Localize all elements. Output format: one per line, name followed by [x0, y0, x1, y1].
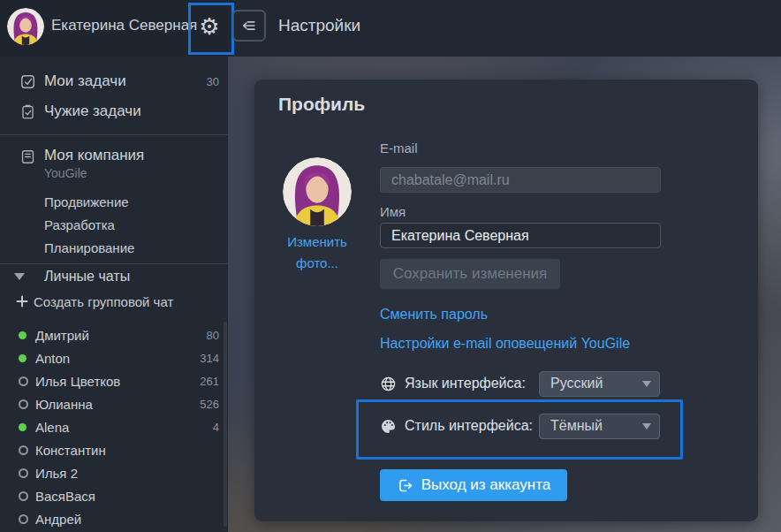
style-label: Стиль интерфейса: — [405, 418, 533, 434]
user-avatar[interactable] — [7, 8, 44, 45]
page-title: Настройки — [278, 0, 360, 51]
style-dropdown[interactable]: Тёмный — [539, 414, 660, 439]
sidebar-scrollbar[interactable] — [224, 322, 227, 527]
top-bar: Екатерина Северная ⚙ Настройки — [0, 0, 781, 57]
online-status-icon — [19, 354, 27, 362]
online-status-icon — [19, 423, 27, 431]
sidebar-item-label: Мои задачи — [44, 72, 126, 90]
unread-count: 30 — [207, 75, 219, 88]
clipboard-check-icon — [19, 103, 36, 120]
save-changes-button[interactable]: Сохранить изменения — [380, 259, 560, 289]
email-field[interactable] — [380, 167, 661, 193]
profile-card: Профиль Изменить фото... E-mail — [254, 80, 758, 521]
sidebar-item-project[interactable]: Продвижение — [0, 190, 228, 213]
collapse-sidebar-button[interactable] — [232, 10, 266, 42]
offline-status-icon — [19, 445, 28, 455]
settings-content-area: Профиль Изменить фото... E-mail — [228, 57, 781, 532]
language-value: Русский — [550, 376, 603, 391]
email-notifications-link[interactable]: Настройки e-mail оповещений YouGile — [380, 336, 630, 352]
name-field[interactable] — [380, 223, 661, 248]
offline-status-icon — [19, 491, 28, 501]
sidebar-item-project[interactable]: Разработка — [0, 213, 228, 236]
globe-icon — [380, 375, 398, 392]
unread-count: 4 — [213, 421, 219, 434]
chevron-down-icon[interactable] — [14, 273, 25, 280]
company-name: Моя компания — [44, 147, 144, 164]
chevron-down-icon — [642, 381, 651, 387]
logout-icon — [397, 477, 413, 494]
offline-status-icon — [19, 399, 28, 409]
chat-item[interactable]: Илья 2 — [0, 461, 228, 484]
unread-count: 261 — [200, 375, 219, 388]
style-row: Стиль интерфейса: Тёмный — [380, 413, 661, 439]
unread-count: 80 — [207, 329, 219, 342]
profile-card-title: Профиль — [278, 94, 365, 115]
chat-item[interactable]: ВасяВася — [0, 484, 228, 507]
chat-item[interactable]: Дмитрий 80 — [0, 323, 228, 346]
logout-button[interactable]: Выход из аккаунта — [380, 469, 567, 501]
company-subtitle: YouGile — [44, 166, 87, 180]
language-dropdown[interactable]: Русский — [539, 371, 660, 397]
chat-item[interactable]: Илья Цветков 261 — [0, 369, 228, 392]
logout-label: Выход из аккаунта — [421, 476, 551, 494]
style-value: Тёмный — [550, 418, 603, 434]
app-window: Екатерина Северная ⚙ Настройки Мои задач… — [0, 0, 781, 532]
profile-avatar[interactable] — [283, 157, 352, 226]
notebook-icon — [19, 148, 36, 165]
chat-item[interactable]: Андрей — [0, 507, 228, 530]
chat-item[interactable]: Константин — [0, 438, 228, 461]
chat-item[interactable]: Юлианна 526 — [0, 392, 228, 415]
unread-count: 314 — [200, 352, 219, 365]
change-password-link[interactable]: Сменить пароль — [380, 307, 488, 323]
email-label: E-mail — [380, 141, 418, 156]
language-row: Язык интерфейса: Русский — [380, 370, 661, 397]
chat-item[interactable]: Anton 314 — [0, 346, 228, 369]
sidebar-section-personal-chats[interactable]: Личные чаты — [0, 265, 228, 288]
chevron-down-icon — [642, 423, 651, 429]
offline-status-icon — [19, 376, 28, 386]
change-photo-link[interactable]: Изменить фото... — [277, 232, 357, 274]
sidebar: Мои задачи 30 Чужие задачи Моя компания … — [0, 57, 228, 532]
offline-status-icon — [19, 514, 28, 524]
user-name: Екатерина Северная — [51, 0, 197, 51]
name-label: Имя — [380, 204, 406, 219]
plus-icon — [16, 295, 28, 308]
profile-fields: E-mail Имя Сохранить изменения Сменить п… — [380, 80, 661, 521]
sidebar-item-others-tasks[interactable]: Чужие задачи — [0, 100, 228, 123]
task-check-icon — [19, 72, 36, 90]
sidebar-item-company[interactable]: Моя компания YouGile — [0, 145, 228, 184]
online-status-icon — [19, 331, 27, 339]
collapse-arrow-icon — [240, 17, 258, 34]
chat-item[interactable]: Alena 4 — [0, 415, 228, 438]
unread-count: 526 — [200, 398, 219, 411]
divider — [0, 263, 228, 264]
sidebar-item-label: Чужие задачи — [44, 103, 141, 120]
language-label: Язык интерфейса: — [405, 376, 526, 391]
create-group-chat-button[interactable]: Создать групповой чат — [0, 290, 228, 313]
settings-gear-icon[interactable]: ⚙ — [191, 5, 228, 48]
sidebar-item-my-tasks[interactable]: Мои задачи 30 — [0, 70, 228, 93]
divider — [0, 134, 228, 135]
sidebar-item-project[interactable]: Планирование — [0, 236, 228, 259]
offline-status-icon — [19, 468, 28, 478]
palette-icon — [380, 417, 398, 435]
